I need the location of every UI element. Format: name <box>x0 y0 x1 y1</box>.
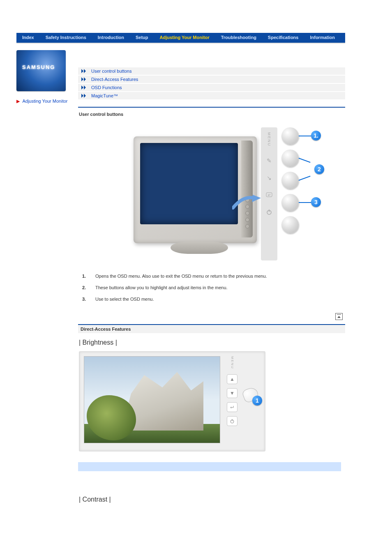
link-label[interactable]: MagicTune™ <box>91 93 118 98</box>
up-button: ▲ <box>227 374 238 384</box>
desc-item-2: 2. These buttons allow you to highlight … <box>82 282 345 293</box>
power-icon <box>266 209 272 216</box>
physical-button-3 <box>281 194 299 211</box>
nav-specifications[interactable]: Specifications <box>262 33 304 43</box>
crt-monitor <box>134 136 257 243</box>
top-nav: Index Safety Instructions Introduction S… <box>16 33 345 44</box>
physical-button-2b <box>281 172 299 189</box>
desc-num: 3. <box>82 297 95 302</box>
svg-marker-4 <box>81 85 83 90</box>
top-icon <box>335 313 343 320</box>
double-arrow-icon <box>81 69 89 73</box>
callout-1: 1 <box>252 396 262 405</box>
crt-stand <box>171 242 228 254</box>
svg-marker-1 <box>84 69 86 73</box>
power-button <box>227 416 238 426</box>
link-user-control-buttons[interactable]: User control buttons <box>78 67 345 75</box>
sidebar-current-section[interactable]: ▶ Adjusting Your Monitor <box>16 99 74 104</box>
adjust-up-icon: ✎ <box>267 157 272 164</box>
triangle-right-icon: ▶ <box>16 99 20 104</box>
svg-marker-7 <box>84 94 86 98</box>
hand-callout: 1 <box>243 388 264 407</box>
physical-button-power <box>281 216 299 233</box>
section-links: User control buttons Direct-Access Featu… <box>78 67 345 99</box>
physical-button-1 <box>281 127 299 145</box>
main-content: User control buttons Direct-Access Featu… <box>78 50 345 508</box>
sidebar-current-label: Adjusting Your Monitor <box>22 99 67 104</box>
link-label[interactable]: OSD Functions <box>91 85 122 90</box>
nav-safety[interactable]: Safety Instructions <box>40 33 92 43</box>
link-magictune[interactable]: MagicTune™ <box>78 92 345 99</box>
section-title-direct-access: Direct-Access Features <box>78 325 345 333</box>
double-arrow-icon <box>81 77 89 81</box>
desc-num: 2. <box>82 285 95 290</box>
enter-button <box>227 402 238 412</box>
physical-buttons <box>281 127 299 233</box>
desc-text: Opens the OSD menu. Also use to exit the… <box>95 274 267 279</box>
crt-screen <box>140 143 238 224</box>
contrast-heading: | Contrast | <box>79 496 345 503</box>
svg-marker-3 <box>84 77 86 81</box>
svg-marker-6 <box>81 94 83 98</box>
double-arrow-icon <box>81 94 89 98</box>
desc-text: Use to select the OSD menu. <box>95 297 154 302</box>
divider <box>78 107 345 108</box>
link-label[interactable]: User control buttons <box>91 69 131 74</box>
enter-icon <box>266 192 272 198</box>
desc-text: These buttons allow you to highlight and… <box>95 285 228 290</box>
brand-image: SAMSUNG <box>16 50 66 91</box>
physical-button-2a <box>281 150 299 167</box>
svg-marker-2 <box>81 77 83 81</box>
link-label[interactable]: Direct-Access Features <box>91 77 138 82</box>
nav-index[interactable]: Index <box>16 33 40 43</box>
feature-button-panel: MENU ▲ ▼ <box>224 356 240 426</box>
brightness-heading: | Brightness | <box>79 339 345 346</box>
section-title-user-control: User control buttons <box>78 110 345 119</box>
nav-troubleshooting[interactable]: Troubleshooting <box>215 33 262 43</box>
desc-item-3: 3. Use to select the OSD menu. <box>82 293 345 305</box>
menu-label: MENU <box>231 356 234 369</box>
svg-marker-8 <box>252 195 261 202</box>
brightness-illustration: MENU ▲ ▼ 1 <box>79 351 265 451</box>
decorative-bar <box>78 462 341 471</box>
svg-marker-5 <box>84 85 86 90</box>
link-direct-access-features[interactable]: Direct-Access Features <box>78 76 345 83</box>
nav-setup[interactable]: Setup <box>130 33 154 43</box>
button-descriptions: 1. Opens the OSD menu. Also use to exit … <box>82 270 345 305</box>
callout-3: 3 <box>311 197 321 207</box>
button-panel: MENU ✎ ↘ <box>261 127 277 260</box>
adjust-down-icon: ↘ <box>267 175 272 181</box>
nav-introduction[interactable]: Introduction <box>92 33 130 43</box>
menu-label: MENU <box>267 132 271 147</box>
down-button: ▼ <box>227 388 238 398</box>
link-osd-functions[interactable]: OSD Functions <box>78 84 345 91</box>
callout-line-3 <box>299 202 311 203</box>
callout-line-2b <box>299 176 311 181</box>
back-to-top[interactable] <box>78 305 345 322</box>
callout-1: 1. <box>311 131 321 140</box>
monitor-illustration: MENU ✎ ↘ 1. 2 <box>97 124 327 264</box>
callout-line-2a <box>299 158 311 163</box>
nav-information[interactable]: Information <box>304 33 341 43</box>
sidebar: SAMSUNG ▶ Adjusting Your Monitor <box>16 50 78 508</box>
nav-adjusting[interactable]: Adjusting Your Monitor <box>154 33 215 43</box>
svg-rect-9 <box>266 193 272 197</box>
desc-item-1: 1. Opens the OSD menu. Also use to exit … <box>82 270 345 282</box>
svg-marker-0 <box>81 69 83 73</box>
sample-photo <box>84 356 220 443</box>
zoom-arrow-icon <box>232 194 261 210</box>
callout-line-1 <box>299 136 311 136</box>
desc-num: 1. <box>82 274 95 279</box>
double-arrow-icon <box>81 85 89 90</box>
callout-2: 2 <box>314 164 324 174</box>
